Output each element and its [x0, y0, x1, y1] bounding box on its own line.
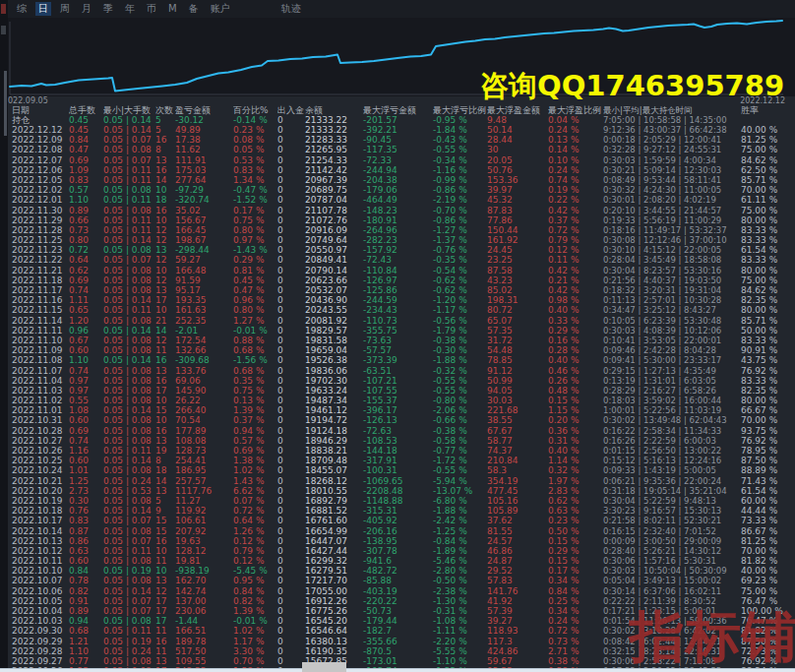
table-row[interactable]: 2022.10.280.690.05 | 0.0816177.890.94 %0… [8, 426, 795, 436]
table-row[interactable]: 2022.11.180.690.05 | 0.081291.590.45 %02… [8, 275, 795, 285]
table-row[interactable]: 2022.12.020.570.05 | 0.0810-97.29-0.47 %… [8, 185, 795, 195]
cell-win: 75.00 % [741, 206, 795, 215]
menu-item-季[interactable]: 季 [100, 2, 116, 16]
table-row[interactable]: 2022.10.100.840.05 | 0.1910-938.19-5.45 … [8, 566, 795, 576]
menu-item-备[interactable]: 备 [186, 2, 202, 16]
cell-vol: 1.11 [69, 295, 103, 305]
menu-item-日[interactable]: 日 [35, 2, 51, 16]
table-row[interactable]: 2022.11.150.650.05 | 0.1110161.630.80 %0… [8, 305, 795, 315]
menu-item-币[interactable]: 币 [144, 2, 159, 16]
table-row[interactable]: 2022.11.100.670.05 | 0.0812172.540.88 %0… [8, 336, 795, 345]
cell-pct: 0.53 % [233, 155, 277, 165]
cell-balance: 18709.48 [305, 456, 363, 465]
cell-balance: 20689.75 [305, 185, 363, 195]
table-row[interactable]: 2022.11.030.970.05 | 0.0817145.900.75 %0… [8, 386, 795, 396]
table-row[interactable]: 2022.10.170.830.05 | 0.0715106.610.64 %0… [8, 516, 795, 525]
cell-count: 16 [155, 355, 175, 365]
column-header-mddPct: 最大浮亏比例 [433, 105, 487, 115]
cell-vol: 1.25 [69, 476, 103, 486]
menu-item-年[interactable]: 年 [122, 2, 138, 16]
table-row[interactable]: 2022.11.081.100.05 | 0.1416-309.68-1.56 … [8, 355, 795, 365]
cell-time: 0:30:21 | 5:09:14 | 12:30:03 [603, 165, 741, 175]
open-position-row[interactable]: 持仓0.450.05 | 0.145-30.12-0.14 %021333.22… [8, 115, 795, 125]
table-row[interactable]: 2022.10.310.600.05 | 0.081070.540.37 %01… [8, 415, 795, 425]
cell-mfpAmt: 65.07 [487, 316, 548, 326]
menu-item-周[interactable]: 周 [57, 2, 73, 16]
table-row[interactable]: 2022.12.080.470.05 | 0.08811.620.05 %021… [8, 145, 795, 154]
cell-range: 0.05 | 0.08 [103, 426, 155, 436]
table-row[interactable]: 2022.11.110.960.05 | 0.1414-2.01-0.01 %0… [8, 326, 795, 336]
table-row[interactable]: 2022.10.211.250.05 | 0.2414257.571.43 %0… [8, 476, 795, 486]
table-row[interactable]: 2022.11.230.720.05 | 0.0813-298.44-1.43 … [8, 245, 795, 255]
table-row[interactable]: 2022.10.060.820.05 | 0.1412142.740.84 %0… [8, 586, 795, 596]
table-row[interactable]: 2022.11.300.890.05 | 0.081635.020.17 %02… [8, 206, 795, 215]
table-row[interactable]: 2022.11.020.550.05 | 0.081026.220.13 %01… [8, 396, 795, 405]
cell-pct: 0.12 % [233, 536, 277, 546]
table-row[interactable]: 2022.11.290.660.05 | 0.1110156.670.75 %0… [8, 215, 795, 225]
table-row[interactable]: 2022.10.202.730.05 | 0.53131117.766.62 %… [8, 486, 795, 496]
table-row[interactable]: 2022.10.180.760.05 | 0.149119.920.72 %01… [8, 506, 795, 516]
menu-item-月[interactable]: 月 [79, 2, 94, 16]
table-row[interactable]: 2022.12.050.830.05 | 0.1114277.641.34 %0… [8, 175, 795, 185]
cell-win: 73.33 % [741, 516, 795, 525]
table-row[interactable]: 2022.10.130.860.05 | 0.071619.630.12 %01… [8, 536, 795, 546]
table-row[interactable]: 2022.10.140.870.05 | 0.0815207.921.26 %0… [8, 526, 795, 536]
position-stats-row[interactable]: 持仓0.450.05 | 0.145-30.12-0.14 %021333.22… [8, 115, 795, 125]
cell-mddAmt: -220.22 [363, 596, 433, 606]
table-row[interactable]: 2022.10.110.600.05 | 0.081119.810.12 %01… [8, 556, 795, 566]
table-row[interactable]: 2022.11.170.740.05 | 0.081395.170.47 %02… [8, 285, 795, 295]
table-row[interactable]: 2022.11.280.730.05 | 0.1112166.450.80 %0… [8, 225, 795, 235]
table-row[interactable]: 2022.11.070.740.05 | 0.0813133.760.68 %0… [8, 366, 795, 376]
table-row[interactable]: 2022.10.190.300.05 | 0.08511.270.07 %016… [8, 496, 795, 506]
cell-range: 0.05 | 0.11 [103, 225, 155, 235]
cell-win: 81.82 % [741, 556, 795, 566]
cell-win: 70.00 % [741, 185, 795, 195]
table-row[interactable]: 2022.10.261.160.05 | 0.1119128.730.69 %0… [8, 446, 795, 456]
table-row[interactable]: 2022.10.270.740.05 | 0.0813108.080.57 %0… [8, 436, 795, 446]
cell-win: 80.00 % [741, 215, 795, 225]
table-row[interactable]: 2022.12.061.090.05 | 0.1116175.030.83 %0… [8, 165, 795, 175]
table-row[interactable]: 2022.12.120.450.05 | 0.14549.890.23 %021… [8, 125, 795, 135]
table-row[interactable]: 2022.11.210.620.05 | 0.0810166.480.81 %0… [8, 266, 795, 275]
table-row[interactable]: 2022.10.120.630.05 | 0.1110128.120.79 %0… [8, 546, 795, 556]
table-row[interactable]: 2022.11.161.110.05 | 0.1417193.350.96 %0… [8, 295, 795, 305]
cell-mfpPct: 0.24 % [548, 616, 603, 626]
cell-mfpAmt: 94.05 [487, 386, 548, 396]
table-row[interactable]: 2022.11.040.970.05 | 0.081669.060.35 %01… [8, 376, 795, 386]
cell-mfpAmt: 24.87 [487, 556, 548, 566]
cell-mfpPct: 0.13 % [548, 135, 603, 145]
menu-item-M[interactable]: M [165, 2, 180, 16]
cell-pct: 0.13 % [233, 396, 277, 405]
table-row[interactable]: 2022.11.090.600.05 | 0.0811132.660.68 %0… [8, 345, 795, 355]
cell-pct: 0.80 % [233, 305, 277, 315]
cell-win: 80.00 % [741, 305, 795, 315]
table-row[interactable]: 2022.11.011.080.05 | 0.1415266.401.39 %0… [8, 405, 795, 415]
table-row[interactable]: 2022.11.141.200.05 | 0.0821252.351.27 %0… [8, 316, 795, 326]
popup-fragment[interactable] [302, 662, 346, 672]
menu-item-账户[interactable]: 账户 [208, 2, 233, 16]
table-row[interactable]: 2022.12.011.100.05 | 0.1118-320.74-1.52 … [8, 195, 795, 205]
menu-item-综[interactable]: 综 [14, 2, 30, 16]
cell-mddPct: -0.50 % [433, 576, 487, 585]
table-row[interactable]: 2022.10.241.010.05 | 0.0818186.951.02 %0… [8, 465, 795, 475]
cell-count: 11 [155, 556, 175, 566]
cell-inout: 0 [277, 266, 305, 275]
cell-pnl: 166.45 [175, 225, 233, 235]
cell-pnl: 69.06 [175, 376, 233, 386]
cell-win: 80.00 % [741, 266, 795, 275]
cell-pct: 0.96 % [233, 295, 277, 305]
cell-count: 11 [155, 345, 175, 355]
table-row[interactable]: 2022.11.250.800.05 | 0.1412198.670.97 %0… [8, 235, 795, 245]
table-rows[interactable]: 2022.12.120.450.05 | 0.14549.890.23 %021… [8, 125, 795, 672]
table-row[interactable]: 2022.12.090.840.05 | 0.071617.380.08 %02… [8, 135, 795, 145]
cell-mddAmt: -396.17 [363, 405, 433, 415]
menu-item-轨迹[interactable]: 轨迹 [278, 2, 304, 16]
cell-pnl: 11.27 [175, 496, 233, 506]
table-row[interactable]: 2022.12.070.690.05 | 0.0713111.910.53 %0… [8, 155, 795, 165]
table-row[interactable]: 2022.11.220.640.05 | 0.071259.270.29 %02… [8, 255, 795, 265]
cell-date: 2022.10.19 [8, 496, 69, 506]
table-row[interactable]: 2022.10.070.780.05 | 0.0813162.700.95 %0… [8, 576, 795, 585]
table-row[interactable]: 2022.10.250.600.05 | 0.148254.411.38 %01… [8, 456, 795, 465]
cell-vol: 0.83 [69, 175, 103, 185]
equity-chart[interactable]: 咨询QQ1746395789 [0, 18, 795, 96]
